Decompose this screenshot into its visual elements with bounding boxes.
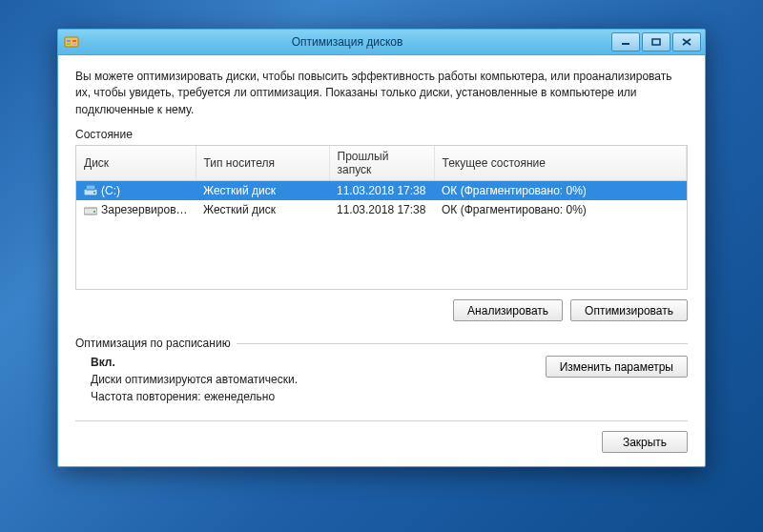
svg-rect-3 xyxy=(67,43,71,45)
description-text: Вы можете оптимизировать диски, чтобы по… xyxy=(75,69,688,118)
cell-last-run: 11.03.2018 17:38 xyxy=(329,181,434,201)
close-button[interactable] xyxy=(672,32,701,51)
schedule-line-1: Диски оптимизируются автоматически. xyxy=(91,373,534,386)
svg-rect-1 xyxy=(67,40,71,42)
optimize-button[interactable]: Оптимизировать xyxy=(570,299,688,321)
schedule-heading: Оптимизация по расписанию xyxy=(75,337,231,350)
close-dialog-button[interactable]: Закрыть xyxy=(602,431,688,453)
cell-state: ОК (Фрагментировано: 0%) xyxy=(434,181,687,201)
svg-point-11 xyxy=(93,192,95,194)
schedule-separator xyxy=(237,343,688,344)
col-state[interactable]: Текущее состояние xyxy=(434,146,687,181)
app-icon xyxy=(64,34,79,50)
col-last-run[interactable]: Прошлый запуск xyxy=(329,146,434,181)
status-group-label: Состояние xyxy=(75,128,688,141)
defrag-window: Оптимизация дисков Вы можете оптимизиров… xyxy=(57,29,706,467)
table-row[interactable]: Зарезервировано ...Жесткий диск11.03.201… xyxy=(76,200,687,219)
titlebar[interactable]: Оптимизация дисков xyxy=(58,30,705,55)
table-row[interactable]: (C:)Жесткий диск11.03.2018 17:38ОК (Фраг… xyxy=(76,181,687,201)
disk-table[interactable]: Диск Тип носителя Прошлый запуск Текущее… xyxy=(75,145,688,290)
svg-point-13 xyxy=(93,211,95,213)
window-title: Оптимизация дисков xyxy=(85,35,609,49)
cell-disk: Зарезервировано ... xyxy=(101,203,196,216)
analyze-button[interactable]: Анализировать xyxy=(453,299,563,321)
drive-icon xyxy=(84,204,97,215)
svg-rect-10 xyxy=(86,185,95,190)
schedule-status: Вкл. xyxy=(91,356,534,369)
cell-media: Жесткий диск xyxy=(196,181,329,201)
change-settings-button[interactable]: Изменить параметры xyxy=(546,356,688,378)
table-header-row: Диск Тип носителя Прошлый запуск Текущее… xyxy=(76,146,687,181)
col-media[interactable]: Тип носителя xyxy=(196,146,329,181)
bottom-divider xyxy=(75,420,688,421)
cell-disk: (C:) xyxy=(101,184,120,197)
drive-icon xyxy=(84,185,97,196)
cell-state: ОК (Фрагментировано: 0%) xyxy=(434,200,687,219)
cell-last-run: 11.03.2018 17:38 xyxy=(329,200,434,219)
cell-media: Жесткий диск xyxy=(196,200,329,219)
col-disk[interactable]: Диск xyxy=(76,146,196,181)
minimize-button[interactable] xyxy=(611,32,640,51)
svg-rect-2 xyxy=(72,40,76,42)
svg-rect-6 xyxy=(652,39,660,45)
maximize-button[interactable] xyxy=(642,32,670,51)
schedule-line-2: Частота повторения: еженедельно xyxy=(91,390,534,403)
svg-rect-12 xyxy=(84,208,97,215)
svg-rect-4 xyxy=(72,43,76,45)
